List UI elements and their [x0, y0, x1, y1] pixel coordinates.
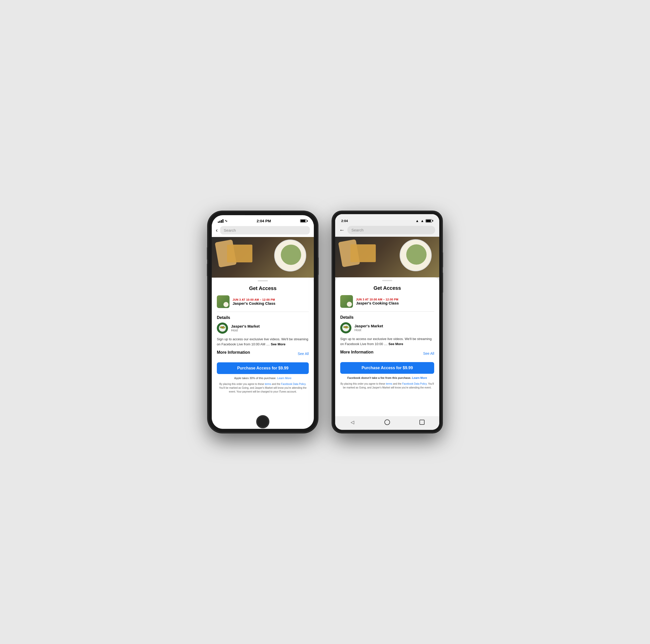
android-time: 2:04 [341, 219, 348, 223]
android-event-row: JUN 3 AT 10:00 AM – 12:00 PM Jasper's Co… [340, 295, 434, 312]
android-chips [350, 244, 376, 262]
android-event-thumbnail [340, 295, 353, 308]
power-button [317, 257, 319, 275]
android-bottom-sheet[interactable]: Get Access JUN 3 AT 10:00 AM – 12:00 PM … [335, 277, 439, 416]
android-signal-icon: ▲ [421, 219, 424, 223]
apple-fee-notice: Apple takes 30% of this purchase. Learn … [217, 377, 309, 380]
iphone-screen: ∿ 2:04 PM ‹ Search [212, 215, 314, 429]
android-terms-link[interactable]: terms [386, 382, 392, 385]
android-battery-icon [426, 219, 433, 223]
android-back-button[interactable]: ← [339, 227, 345, 233]
android-purchase-button[interactable]: Purchase Access for $9.99 [340, 362, 434, 374]
ios-status-left: ∿ [218, 219, 227, 223]
search-input[interactable]: Search [220, 226, 310, 234]
food-image [212, 237, 314, 277]
android-recent-nav[interactable] [419, 419, 426, 426]
phones-container: ∿ 2:04 PM ‹ Search [208, 212, 442, 432]
details-label: Details [217, 315, 309, 320]
android-home-nav[interactable] [384, 419, 391, 426]
android-more-info-label: More Information [340, 350, 373, 354]
event-date: JUN 3 AT 10:00 AM – 12:00 PM [232, 298, 309, 301]
android-learn-more-link[interactable]: Learn More [412, 376, 427, 379]
android-see-all-link[interactable]: See All [423, 351, 434, 355]
home-nav-icon [385, 419, 390, 425]
android-host-role: Host [355, 328, 383, 332]
event-name: Jasper's Cooking Class [232, 301, 309, 305]
android-fb-policy-link[interactable]: Facebook Data Policy [402, 382, 427, 385]
learn-more-link[interactable]: Learn More [277, 377, 291, 380]
event-thumbnail [217, 295, 229, 308]
more-info-label: More Information [217, 350, 250, 355]
host-row: Jasper's Market Host [217, 323, 309, 334]
chips [227, 244, 252, 262]
signal-bars [218, 219, 223, 223]
ios-status-bar: ∿ 2:04 PM [212, 215, 314, 225]
android-sheet-title: Get Access [340, 285, 434, 291]
android-event-name: Jasper's Cooking Class [356, 301, 434, 305]
see-more-link[interactable]: See More [270, 342, 285, 346]
android-host-row: Jasper's Market Host [340, 322, 434, 333]
ios-search-bar: ‹ Search [212, 225, 314, 237]
back-nav-icon: ◁ [351, 419, 354, 425]
recent-nav-icon [420, 420, 425, 425]
back-button[interactable]: ‹ [216, 227, 218, 234]
host-name: Jasper's Market [231, 324, 260, 328]
host-info: Jasper's Market Host [231, 324, 260, 332]
fb-policy-link[interactable]: Facebook Data Policy [281, 383, 306, 385]
android-status-bar: 2:04 ▲ ▲ [335, 214, 439, 224]
wifi-icon: ∿ [225, 219, 227, 223]
terms-text: By placing this order you agree to these… [217, 382, 309, 393]
android-wifi-icon: ▲ [416, 219, 419, 223]
android-nav-bar: ◁ [335, 416, 439, 430]
android-terms-text: By placing this order you agree to these… [340, 382, 434, 389]
android-event-date: JUN 3 AT 10:00 AM – 12:00 PM [356, 298, 434, 301]
android-back-nav[interactable]: ◁ [349, 419, 356, 426]
iphone-bottom-sheet[interactable]: Get Access JUN 3 AT 10:00 AM – 12:00 PM … [212, 277, 314, 429]
see-all-link[interactable]: See All [297, 352, 309, 356]
android-event-info: JUN 3 AT 10:00 AM – 12:00 PM Jasper's Co… [356, 298, 434, 305]
android-status-right: ▲ ▲ [416, 219, 433, 223]
iphone-wrapper: ∿ 2:04 PM ‹ Search [208, 212, 317, 432]
android-wrapper: 2:04 ▲ ▲ ← Search [333, 212, 442, 432]
description: Sign up to access our exclusive live vid… [217, 337, 309, 347]
event-row: JUN 3 AT 10:00 AM – 12:00 PM Jasper's Co… [217, 295, 309, 312]
android-search-bar: ← Search [335, 224, 439, 237]
android-host-name: Jasper's Market [355, 324, 383, 328]
android-vol-button [442, 272, 443, 293]
vol-down-button [207, 264, 208, 276]
home-button[interactable] [256, 415, 269, 428]
ios-time: 2:04 PM [257, 219, 271, 223]
android-food-image [335, 237, 439, 277]
ios-status-right [300, 219, 308, 223]
host-role: Host [231, 328, 260, 332]
vol-up-button [207, 247, 208, 260]
android-description: Sign up to access our exclusive live vid… [340, 337, 434, 346]
android-power-button [442, 252, 443, 267]
android-see-more-link[interactable]: See More [389, 342, 403, 346]
more-info-row: More Information See All [217, 350, 309, 358]
terms-link[interactable]: terms [265, 383, 271, 385]
fb-fee-notice: Facebook doesn't take a fee from this pu… [340, 376, 434, 379]
host-avatar [217, 323, 228, 334]
battery-icon [300, 219, 308, 223]
android-drag-handle [382, 280, 392, 281]
android-more-info-row: More Information See All [340, 350, 434, 358]
event-info: JUN 3 AT 10:00 AM – 12:00 PM Jasper's Co… [232, 298, 309, 305]
android-screen: 2:04 ▲ ▲ ← Search [335, 214, 439, 430]
android-host-avatar [340, 322, 351, 333]
sheet-title: Get Access [217, 286, 309, 291]
purchase-button[interactable]: Purchase Access for $9.99 [217, 362, 309, 374]
android-host-info: Jasper's Market Host [355, 324, 383, 332]
android-search-input[interactable]: Search [347, 226, 435, 234]
drag-handle [258, 280, 268, 281]
android-details-label: Details [340, 315, 434, 320]
